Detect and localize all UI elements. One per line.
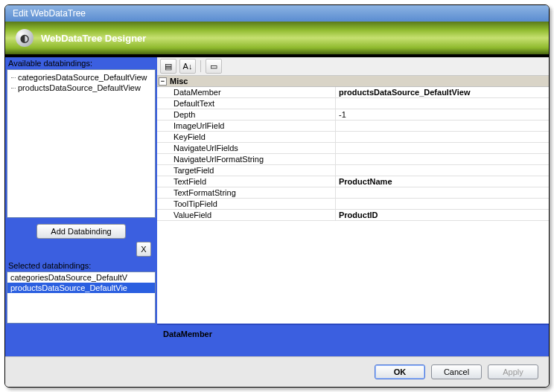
- titlebar[interactable]: Edit WebDataTree: [5, 5, 549, 22]
- add-databinding-button[interactable]: Add Databinding: [36, 224, 125, 239]
- property-value[interactable]: [336, 143, 549, 153]
- property-row[interactable]: DataMemberproductsDataSource_DefaultView: [157, 87, 549, 98]
- property-grid[interactable]: − Misc DataMemberproductsDataSource_Defa…: [157, 76, 549, 324]
- property-pages-icon[interactable]: ▭: [206, 59, 222, 74]
- property-row[interactable]: TargetField: [157, 165, 549, 176]
- property-value[interactable]: ProductName: [336, 176, 549, 187]
- toolbar-divider: [200, 60, 201, 72]
- selected-item[interactable]: productsDataSource_DefaultVie: [7, 283, 155, 293]
- apply-button[interactable]: Apply: [488, 364, 538, 379]
- titlebar-text: Edit WebDataTree: [13, 8, 86, 19]
- property-value[interactable]: productsDataSource_DefaultView: [336, 87, 549, 97]
- property-value[interactable]: [336, 199, 549, 209]
- collapse-icon[interactable]: −: [159, 77, 167, 86]
- property-name: NavigateUrlFormatString: [157, 154, 336, 164]
- property-name: TextField: [157, 176, 336, 187]
- description-title: DataMember: [163, 330, 212, 338]
- property-row[interactable]: ValueFieldProductID: [157, 210, 549, 221]
- property-name: ToolTipField: [157, 199, 336, 209]
- property-name: ValueField: [157, 210, 336, 220]
- property-row[interactable]: Depth-1: [157, 109, 549, 121]
- left-panel: Available databindings: categoriesDataSo…: [5, 57, 157, 356]
- property-row[interactable]: DefaultText: [157, 98, 549, 109]
- property-name: Depth: [157, 109, 336, 120]
- category-row[interactable]: − Misc: [157, 76, 549, 87]
- property-row[interactable]: NavigateUrlFormatString: [157, 154, 549, 165]
- available-item[interactable]: productsDataSource_DefaultView: [7, 83, 155, 93]
- dialog-button-bar: OK Cancel Apply: [5, 356, 549, 387]
- property-name: DataMember: [157, 87, 336, 97]
- selected-label: Selected databindings:: [5, 260, 157, 271]
- property-panel: ▤ A↓ ▭ − Misc DataMemberproductsDataSour…: [157, 57, 549, 356]
- cancel-button[interactable]: Cancel: [431, 364, 482, 379]
- designer-title: WebDataTree Designer: [41, 33, 146, 44]
- property-row[interactable]: KeyField: [157, 132, 549, 143]
- dialog-window: Edit WebDataTree ◐ WebDataTree Designer …: [4, 4, 550, 388]
- designer-header: ◐ WebDataTree Designer: [5, 22, 549, 56]
- property-value[interactable]: [336, 165, 549, 176]
- property-row[interactable]: NavigateUrlFields: [157, 143, 549, 154]
- property-value[interactable]: ProductID: [336, 210, 549, 220]
- available-label: Available databindings:: [5, 57, 157, 69]
- property-name: TargetField: [157, 165, 336, 176]
- property-name: ImageUrlField: [157, 121, 336, 131]
- property-name: NavigateUrlFields: [157, 143, 336, 153]
- property-row[interactable]: TextFieldProductName: [157, 176, 549, 187]
- property-value[interactable]: -1: [336, 109, 549, 120]
- property-value[interactable]: [336, 121, 549, 131]
- remove-databinding-button[interactable]: X: [136, 242, 151, 257]
- available-listbox[interactable]: categoriesDataSource_DefaultView product…: [7, 69, 156, 218]
- selected-item[interactable]: categoriesDataSource_DefaultV: [7, 272, 155, 283]
- property-value[interactable]: [336, 187, 549, 198]
- property-value[interactable]: [336, 98, 549, 109]
- alphabetical-icon[interactable]: A↓: [179, 59, 196, 74]
- ok-button[interactable]: OK: [375, 364, 425, 379]
- property-value[interactable]: [336, 154, 549, 164]
- description-box: DataMember: [157, 324, 549, 356]
- property-name: TextFormatString: [157, 187, 336, 198]
- property-row[interactable]: ImageUrlField: [157, 121, 549, 132]
- propgrid-toolbar: ▤ A↓ ▭: [157, 57, 549, 76]
- selected-listbox[interactable]: categoriesDataSource_DefaultV productsDa…: [7, 271, 156, 324]
- property-value[interactable]: [336, 132, 549, 142]
- main-area: Available databindings: categoriesDataSo…: [5, 56, 549, 356]
- property-row[interactable]: ToolTipField: [157, 199, 549, 210]
- categorized-icon[interactable]: ▤: [160, 59, 176, 74]
- property-row[interactable]: TextFormatString: [157, 187, 549, 199]
- designer-icon: ◐: [16, 29, 34, 47]
- property-name: KeyField: [157, 132, 336, 142]
- grid-empty-space: [157, 221, 549, 324]
- available-item[interactable]: categoriesDataSource_DefaultView: [7, 72, 155, 83]
- property-name: DefaultText: [157, 98, 336, 109]
- category-label: Misc: [170, 77, 188, 86]
